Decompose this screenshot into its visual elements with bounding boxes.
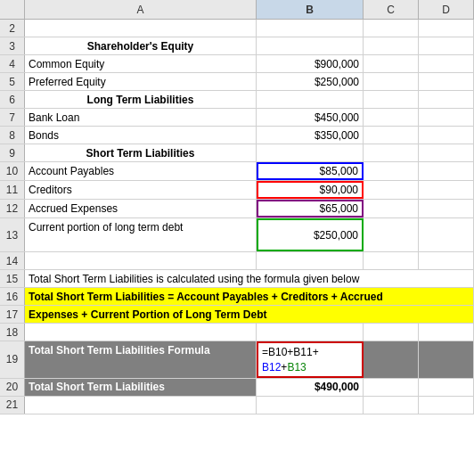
- cell-10d[interactable]: [419, 162, 474, 180]
- cell-8d[interactable]: [419, 127, 474, 144]
- cell-5a[interactable]: Preferred Equity: [25, 73, 257, 90]
- cell-19c[interactable]: [364, 341, 419, 378]
- formula-text: =B10+B11+ B12+B13: [262, 345, 319, 375]
- table-row: 16 Total Short Term Liabilities = Accoun…: [0, 288, 474, 306]
- cell-6a[interactable]: Long Term Liabilities: [25, 91, 257, 108]
- cell-13b[interactable]: $250,000: [257, 218, 364, 251]
- cell-7a[interactable]: Bank Loan: [25, 109, 257, 126]
- cell-21b[interactable]: [257, 397, 364, 414]
- cell-20a[interactable]: Total Short Term Liabilities: [25, 379, 257, 396]
- table-row: 12 Accrued Expenses $65,000: [0, 200, 474, 218]
- cell-11c[interactable]: [364, 181, 419, 199]
- cell-2a[interactable]: [25, 20, 257, 37]
- cell-6b[interactable]: [257, 91, 364, 108]
- cell-19b[interactable]: =B10+B11+ B12+B13: [257, 341, 364, 378]
- row-num: 18: [0, 324, 25, 341]
- table-row: 8 Bonds $350,000: [0, 127, 474, 144]
- cell-10b[interactable]: $85,000: [257, 162, 364, 180]
- col-header-d[interactable]: D: [419, 0, 474, 19]
- row-num: 4: [0, 55, 25, 72]
- cell-13a[interactable]: Current portion of long term debt: [25, 218, 257, 251]
- cell-4c[interactable]: [364, 55, 419, 72]
- cell-8a[interactable]: Bonds: [25, 127, 257, 144]
- cell-2d[interactable]: [419, 20, 474, 37]
- table-row: 11 Creditors $90,000: [0, 181, 474, 200]
- cell-17a[interactable]: Expenses + Current Portion of Long Term …: [25, 306, 474, 323]
- table-row: 2: [0, 20, 474, 37]
- table-row: 17 Expenses + Current Portion of Long Te…: [0, 306, 474, 324]
- cell-9c[interactable]: [364, 144, 419, 161]
- cell-13c[interactable]: [364, 218, 419, 251]
- cell-11b[interactable]: $90,000: [257, 181, 364, 199]
- row-num: 2: [0, 20, 25, 37]
- table-row: 19 Total Short Term Liabilities Formula …: [0, 341, 474, 379]
- cell-3c[interactable]: [364, 37, 419, 54]
- rows-container: 2 3 Shareholder's Equity 4 Common Equity…: [0, 20, 474, 476]
- cell-5c[interactable]: [364, 73, 419, 90]
- cell-2c[interactable]: [364, 20, 419, 37]
- cell-13d[interactable]: [419, 218, 474, 251]
- cell-12d[interactable]: [419, 200, 474, 217]
- table-row: 14: [0, 252, 474, 270]
- row-num: 15: [0, 270, 25, 287]
- cell-4b[interactable]: $900,000: [257, 55, 364, 72]
- table-row: 21: [0, 397, 474, 414]
- cell-3a[interactable]: Shareholder's Equity: [25, 37, 257, 54]
- cell-14b[interactable]: [257, 252, 364, 269]
- cell-7c[interactable]: [364, 109, 419, 126]
- cell-14d[interactable]: [419, 252, 474, 269]
- cell-5d[interactable]: [419, 73, 474, 90]
- cell-14c[interactable]: [364, 252, 419, 269]
- cell-9b[interactable]: [257, 144, 364, 161]
- cell-18b[interactable]: [257, 324, 364, 341]
- cell-8c[interactable]: [364, 127, 419, 144]
- row-num: 8: [0, 127, 25, 144]
- table-row: 15 Total Short Term Liabilities is calcu…: [0, 270, 474, 288]
- col-header-a[interactable]: A: [25, 0, 257, 19]
- cell-20d[interactable]: [419, 379, 474, 396]
- cell-14a[interactable]: [25, 252, 257, 269]
- cell-6c[interactable]: [364, 91, 419, 108]
- cell-2b[interactable]: [257, 20, 364, 37]
- cell-19d[interactable]: [419, 341, 474, 378]
- column-headers: A B C D: [0, 0, 474, 20]
- cell-15a[interactable]: Total Short Term Liabilities is calculat…: [25, 270, 474, 287]
- cell-18d[interactable]: [419, 324, 474, 341]
- table-row: 18: [0, 324, 474, 341]
- cell-10a[interactable]: Account Payables: [25, 162, 257, 180]
- cell-10c[interactable]: [364, 162, 419, 180]
- cell-4a[interactable]: Common Equity: [25, 55, 257, 72]
- row-num: 10: [0, 162, 25, 180]
- cell-19a[interactable]: Total Short Term Liabilities Formula: [25, 341, 257, 378]
- cell-4d[interactable]: [419, 55, 474, 72]
- cell-18a[interactable]: [25, 324, 257, 341]
- cell-20b[interactable]: $490,000: [257, 379, 364, 396]
- cell-6d[interactable]: [419, 91, 474, 108]
- cell-12a[interactable]: Accrued Expenses: [25, 200, 257, 217]
- cell-7d[interactable]: [419, 109, 474, 126]
- cell-3b[interactable]: [257, 37, 364, 54]
- cell-11a[interactable]: Creditors: [25, 181, 257, 199]
- cell-21d[interactable]: [419, 397, 474, 414]
- cell-3d[interactable]: [419, 37, 474, 54]
- cell-16a[interactable]: Total Short Term Liabilities = Account P…: [25, 288, 474, 305]
- cell-21c[interactable]: [364, 397, 419, 414]
- table-row: 6 Long Term Liabilities: [0, 91, 474, 109]
- cell-7b[interactable]: $450,000: [257, 109, 364, 126]
- row-num: 9: [0, 144, 25, 161]
- cell-12c[interactable]: [364, 200, 419, 217]
- cell-5b[interactable]: $250,000: [257, 73, 364, 90]
- cell-11d[interactable]: [419, 181, 474, 199]
- cell-12b[interactable]: $65,000: [257, 200, 364, 217]
- cell-8b[interactable]: $350,000: [257, 127, 364, 144]
- cell-20c[interactable]: [364, 379, 419, 396]
- spreadsheet: A B C D 2 3 Shareholder's Equity 4 Commo…: [0, 0, 474, 476]
- table-row: 7 Bank Loan $450,000: [0, 109, 474, 127]
- cell-21a[interactable]: [25, 397, 257, 414]
- cell-18c[interactable]: [364, 324, 419, 341]
- cell-9d[interactable]: [419, 144, 474, 161]
- col-header-c[interactable]: C: [364, 0, 419, 19]
- cell-9a[interactable]: Short Term Liabilities: [25, 144, 257, 161]
- table-row: 13 Current portion of long term debt $25…: [0, 218, 474, 252]
- col-header-b[interactable]: B: [257, 0, 364, 19]
